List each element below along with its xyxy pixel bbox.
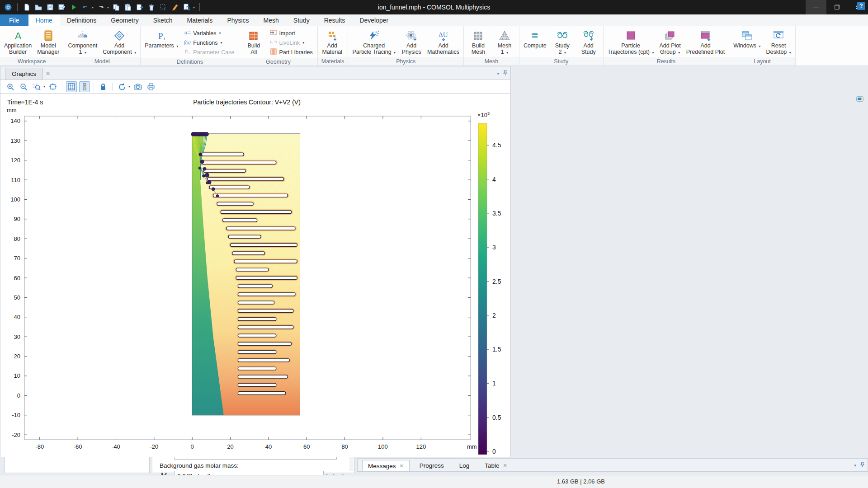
ribbon-tab-physics[interactable]: Physics — [220, 14, 256, 26]
svg-text:ΔU: ΔU — [439, 31, 448, 38]
zoom-box-button[interactable] — [31, 81, 42, 92]
undo-icon[interactable] — [81, 3, 90, 12]
print-button[interactable] — [146, 81, 156, 92]
pin-icon[interactable] — [503, 70, 508, 77]
open-file-icon[interactable] — [34, 3, 43, 12]
grid-toggle-button[interactable] — [66, 81, 77, 92]
tab-messages[interactable]: Messages✕ — [362, 460, 410, 471]
refresh-button[interactable] — [116, 81, 127, 92]
particle-trajectories-plot[interactable]: Time=1E-4 sParticle trajectories Contour… — [0, 94, 510, 457]
ribbon-tab-geometry[interactable]: Geometry — [104, 14, 146, 26]
ribbon-tab-mesh[interactable]: Mesh — [256, 14, 286, 26]
new-file-icon[interactable] — [22, 3, 31, 12]
add-predefined-plot-button[interactable]: AddPredefined Plot — [684, 27, 727, 57]
add-mathematics-button[interactable]: ΔUAddMathematics — [425, 27, 462, 57]
build-mesh-button[interactable]: BuildMesh — [466, 27, 491, 57]
delete-icon[interactable] — [147, 3, 156, 12]
redo-icon[interactable] — [96, 3, 105, 12]
svg-text:-80: -80 — [35, 443, 44, 450]
duplicate-icon[interactable] — [135, 3, 144, 12]
lock-button[interactable] — [98, 81, 108, 92]
model-manager-button[interactable]: ModelManager — [35, 27, 61, 57]
functions-button[interactable]: f(x)Functions▾ — [182, 38, 236, 47]
zoom-out-button[interactable] — [18, 81, 29, 92]
close-icon[interactable]: ✕ — [43, 68, 53, 80]
parameters-button[interactable]: PiParameters ▾ — [142, 27, 180, 58]
colorbar-toggle-button[interactable] — [79, 81, 90, 92]
add-study-button[interactable]: AddStudy — [576, 27, 601, 57]
charged-particle-tracing-icon: +− — [368, 29, 380, 42]
part-libraries-button[interactable]: Part Libraries — [268, 47, 314, 57]
svg-text:60: 60 — [303, 443, 310, 450]
svg-text:-40: -40 — [112, 443, 120, 450]
ribbon-tab-bar: FileHomeDefinitionsGeometrySketchMateria… — [0, 14, 868, 26]
ribbon-group-label: Geometry — [239, 58, 317, 66]
ribbon-tab-home[interactable]: Home — [28, 14, 60, 26]
select-box-icon[interactable] — [159, 3, 168, 12]
windows-button[interactable]: Windows ▾ — [731, 27, 763, 57]
zoom-in-button[interactable] — [5, 81, 16, 92]
minimize-button[interactable]: — — [806, 0, 826, 14]
svg-text:60: 60 — [14, 275, 20, 282]
add-plot-group-button[interactable]: Add PlotGroup ▾ — [657, 27, 683, 57]
part-libraries-icon — [270, 48, 277, 56]
zoom-extents-button[interactable] — [47, 81, 58, 92]
ribbon-tab-definitions[interactable]: Definitions — [60, 14, 104, 26]
panel-menu-chevron-icon[interactable]: ▾ — [497, 71, 499, 76]
ribbon-stack: ImportLiveLink▾Part Libraries — [267, 27, 315, 58]
plot-settings-icon[interactable] — [856, 96, 863, 103]
snapshot-button[interactable] — [132, 81, 143, 92]
save-icon[interactable] — [46, 3, 55, 12]
ribbon-tab-study[interactable]: Study — [286, 14, 317, 26]
add-component-button[interactable]: AddComponent ▾ — [100, 27, 138, 57]
ribbon-tab-sketch[interactable]: Sketch — [146, 14, 180, 26]
svg-text:P: P — [158, 31, 163, 41]
help-button[interactable]: ? — [857, 2, 865, 10]
tab-progress[interactable]: Progress — [414, 460, 449, 471]
chevron-down-icon[interactable]: ▾ — [107, 5, 109, 9]
ribbon-tab-file[interactable]: File — [0, 14, 28, 26]
reset-desktop-button[interactable]: ResetDesktop ▾ — [764, 27, 793, 57]
save-as-icon[interactable] — [57, 3, 66, 12]
add-physics-button[interactable]: AddPhysics — [399, 27, 424, 57]
parameter-case-button[interactable]: PiParameter Case — [182, 47, 236, 57]
close-icon[interactable]: ✕ — [400, 463, 404, 469]
add-material-button[interactable]: AddMaterial — [320, 27, 345, 57]
ribbon-group-workspace: AApplicationBuilderModelManagerWorkspace — [0, 26, 64, 66]
chevron-down-icon[interactable]: ▾ — [92, 5, 94, 9]
chevron-down-icon[interactable]: ▾ — [193, 5, 195, 9]
livelink-button[interactable]: LiveLink▾ — [268, 38, 314, 47]
variables-button[interactable]: a=Variables▾ — [182, 28, 236, 38]
copy-icon[interactable] — [112, 3, 121, 12]
compute-button[interactable]: =Compute — [521, 27, 549, 57]
ribbon-tab-developer[interactable]: Developer — [352, 14, 396, 26]
graphics-tab-bar: Graphics ✕ ▾ — [0, 66, 511, 80]
search-doc-icon[interactable] — [182, 3, 191, 12]
charged-particle-tracing-button[interactable]: +−ChargedParticle Tracing ▾ — [350, 27, 398, 57]
study-button[interactable]: Study2 ▾ — [550, 27, 575, 57]
marker-icon[interactable] — [170, 3, 179, 12]
mesh-button[interactable]: Mesh1 ▾ — [492, 27, 517, 57]
plot-canvas[interactable]: Time=1E-4 sParticle trajectories Contour… — [0, 93, 511, 457]
run-icon[interactable] — [69, 3, 78, 12]
parameter-case-icon: Pi — [184, 48, 191, 56]
maximize-button[interactable]: ❐ — [826, 0, 847, 14]
ribbon-tab-materials[interactable]: Materials — [180, 14, 220, 26]
pin-icon[interactable] — [860, 462, 865, 469]
chevron-down-icon[interactable]: ▾ — [43, 84, 45, 89]
build-all-button[interactable]: BuildAll — [241, 27, 266, 58]
tab-table[interactable]: Table✕ — [479, 460, 513, 471]
close-icon[interactable]: ✕ — [503, 463, 507, 469]
import-button[interactable]: Import — [268, 28, 314, 38]
ribbon-tab-results[interactable]: Results — [317, 14, 353, 26]
tab-graphics[interactable]: Graphics — [5, 68, 43, 80]
paste-icon[interactable] — [123, 3, 132, 12]
particle-trajectories-button[interactable]: ParticleTrajectories (cpt) ▾ — [605, 27, 656, 57]
panel-menu-chevron-icon[interactable]: ▾ — [854, 463, 856, 468]
chevron-down-icon[interactable]: ▾ — [128, 84, 130, 89]
application-builder-button[interactable]: AApplicationBuilder — [2, 27, 34, 57]
tab-log[interactable]: Log — [454, 460, 475, 471]
svg-text:120: 120 — [10, 157, 20, 164]
memory-usage: 1.63 GB | 2.06 GB — [527, 478, 635, 485]
component-button[interactable]: Component1 ▾ — [66, 27, 100, 57]
